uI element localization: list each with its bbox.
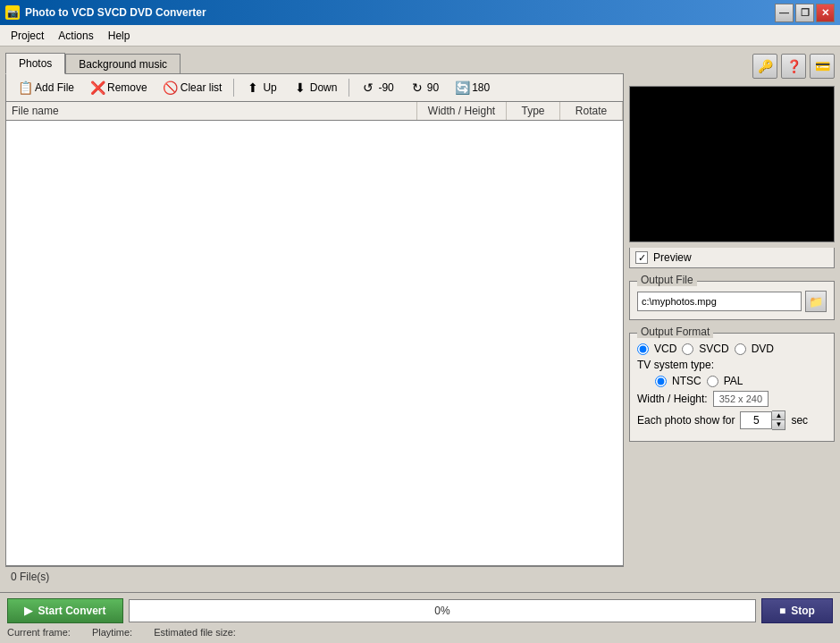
- separator-1: [233, 79, 234, 97]
- estimated-item: Estimated file size:: [154, 627, 239, 638]
- add-file-button[interactable]: 📋 Add File: [12, 78, 80, 97]
- preview-area: [629, 86, 835, 242]
- tv-system-radio-row: NTSC PAL: [637, 375, 827, 387]
- format-radio-row: VCD SVCD DVD: [637, 343, 827, 355]
- tab-bar: Photos Background music: [5, 52, 624, 73]
- down-button[interactable]: ⬇ Down: [287, 78, 344, 97]
- file-list-header: File name Width / Height Type Rotate: [6, 102, 623, 121]
- rotate-180-icon: 🔄: [455, 80, 469, 95]
- window-title: Photo to VCD SVCD DVD Converter: [25, 6, 775, 19]
- tv-system-label: TV system type:: [637, 359, 827, 371]
- add-file-icon: 📋: [18, 80, 32, 95]
- status-bar: Current frame: Playtime: Estimated file …: [7, 627, 833, 638]
- col-header-wh: Width / Height: [417, 102, 507, 120]
- bottom-controls: ▶ Start Convert 0% ■ Stop: [7, 598, 833, 623]
- wh-row: Width / Height: 352 x 240: [637, 391, 827, 407]
- toolbar: 📋 Add File ❌ Remove 🚫 Clear list ⬆ Up: [5, 73, 624, 102]
- output-file-group: Output File 📁: [629, 281, 835, 320]
- main-window: Photos Background music 📋 Add File ❌ Rem…: [0, 47, 840, 643]
- down-icon: ⬇: [293, 80, 307, 95]
- pal-label[interactable]: PAL: [724, 375, 743, 387]
- svcd-radio[interactable]: [682, 343, 693, 355]
- col-header-type: Type: [507, 102, 560, 120]
- playtime-item: Playtime:: [92, 627, 136, 638]
- right-panel: 🔑 ❓ 💳 ✓ Preview Output File 📁 Output: [629, 52, 835, 587]
- clear-list-button[interactable]: 🚫 Clear list: [157, 78, 229, 97]
- pal-radio[interactable]: [707, 376, 718, 387]
- each-photo-row: Each photo show for ▲ ▼ sec: [637, 410, 827, 430]
- current-frame-item: Current frame:: [7, 627, 74, 638]
- preview-checkbox[interactable]: ✓: [635, 251, 648, 264]
- title-bar: 📷 Photo to VCD SVCD DVD Converter — ❐ ✕: [0, 0, 840, 25]
- file-list-body[interactable]: [6, 121, 623, 565]
- rotate-neg90-button[interactable]: ↺ -90: [355, 78, 399, 97]
- up-icon: ⬆: [246, 80, 260, 95]
- stop-button[interactable]: ■ Stop: [761, 598, 833, 623]
- key-icon-button[interactable]: 🔑: [752, 54, 777, 79]
- restore-button[interactable]: ❐: [795, 4, 814, 22]
- file-count: 0 File(s): [5, 566, 624, 587]
- spin-buttons: ▲ ▼: [772, 410, 785, 430]
- playtime-label: Playtime:: [92, 627, 132, 638]
- app-icon: 📷: [5, 5, 20, 20]
- each-photo-spinner: ▲ ▼: [740, 410, 785, 430]
- spin-down-button[interactable]: ▼: [772, 420, 785, 429]
- ntsc-label[interactable]: NTSC: [672, 375, 701, 387]
- tab-background-music[interactable]: Background music: [65, 54, 181, 74]
- file-list-container: File name Width / Height Type Rotate: [5, 102, 624, 566]
- register-icon-button[interactable]: 💳: [810, 54, 835, 79]
- start-convert-button[interactable]: ▶ Start Convert: [7, 598, 123, 623]
- dvd-label[interactable]: DVD: [752, 343, 774, 355]
- progress-text: 0%: [130, 600, 755, 622]
- help-icon-button[interactable]: ❓: [781, 54, 806, 79]
- separator-2: [349, 79, 349, 97]
- remove-icon: ❌: [90, 80, 105, 95]
- menu-actions[interactable]: Actions: [51, 28, 100, 44]
- top-icons: 🔑 ❓ 💳: [629, 52, 835, 80]
- remove-button[interactable]: ❌ Remove: [84, 78, 154, 97]
- bottom-bar: ▶ Start Convert 0% ■ Stop Current frame:…: [0, 592, 840, 643]
- col-header-filename: File name: [6, 102, 417, 120]
- spin-up-button[interactable]: ▲: [772, 411, 785, 420]
- ntsc-radio[interactable]: [655, 376, 667, 387]
- browse-button[interactable]: 📁: [805, 291, 827, 312]
- each-photo-unit: sec: [791, 414, 808, 427]
- preview-row: ✓ Preview: [629, 248, 835, 268]
- play-icon: ▶: [24, 605, 32, 617]
- rotate-pos90-button[interactable]: ↻ 90: [404, 78, 445, 97]
- tab-photos[interactable]: Photos: [5, 53, 65, 74]
- vcd-radio[interactable]: [637, 343, 649, 355]
- rotate-pos90-icon: ↻: [410, 80, 424, 95]
- menu-bar: Project Actions Help: [0, 25, 840, 47]
- minimize-button[interactable]: —: [775, 4, 794, 22]
- menu-project[interactable]: Project: [4, 28, 51, 44]
- left-panel: Photos Background music 📋 Add File ❌ Rem…: [5, 52, 624, 587]
- dvd-radio[interactable]: [735, 343, 746, 355]
- each-photo-input[interactable]: [740, 411, 772, 429]
- up-button[interactable]: ⬆ Up: [239, 78, 282, 97]
- vcd-label[interactable]: VCD: [654, 343, 676, 355]
- window-controls: — ❐ ✕: [775, 4, 835, 22]
- stop-icon: ■: [779, 605, 785, 617]
- clear-list-icon: 🚫: [164, 80, 178, 95]
- preview-label[interactable]: Preview: [653, 251, 692, 264]
- content-area: Photos Background music 📋 Add File ❌ Rem…: [0, 47, 840, 592]
- output-file-row: 📁: [637, 291, 827, 312]
- output-file-input[interactable]: [637, 292, 802, 311]
- col-header-rotate: Rotate: [560, 102, 623, 120]
- menu-help[interactable]: Help: [101, 28, 138, 44]
- rotate-180-button[interactable]: 🔄 180: [449, 78, 496, 97]
- wh-display: 352 x 240: [713, 391, 769, 407]
- estimated-label: Estimated file size:: [154, 627, 236, 638]
- close-button[interactable]: ✕: [816, 4, 835, 22]
- wh-label: Width / Height:: [637, 393, 708, 405]
- each-photo-label: Each photo show for: [637, 414, 735, 427]
- output-format-group-title: Output Format: [637, 326, 713, 338]
- output-file-group-title: Output File: [637, 274, 697, 286]
- current-frame-label: Current frame:: [7, 627, 71, 638]
- svcd-label[interactable]: SVCD: [699, 343, 728, 355]
- output-format-group: Output Format VCD SVCD DVD TV system typ…: [629, 333, 835, 442]
- rotate-neg90-icon: ↺: [361, 80, 375, 95]
- progress-bar-container: 0%: [129, 599, 756, 622]
